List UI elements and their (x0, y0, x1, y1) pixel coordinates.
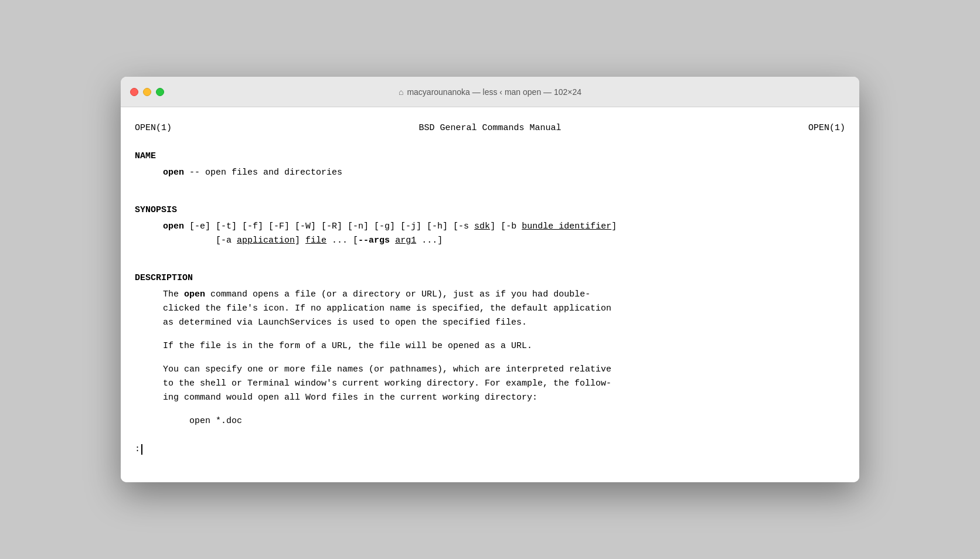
desc-example: open *.doc (135, 414, 845, 428)
home-icon: ⌂ (399, 87, 403, 97)
synopsis-line2: [-a application] file ... [--args arg1 .… (135, 234, 845, 248)
synopsis-file: file (305, 236, 326, 246)
window-title: ⌂ macyarounanoka — less ‹ man open — 102… (399, 87, 581, 97)
synopsis-ellipsis: ... [--args (326, 236, 395, 246)
synopsis-end1: ] (611, 221, 617, 231)
header-center: BSD General Commands Manual (418, 121, 561, 135)
name-content: open -- open files and directories (135, 166, 845, 180)
synopsis-arg1: arg1 (395, 236, 416, 246)
close-button[interactable] (130, 88, 138, 96)
synopsis-sep: ] (295, 236, 305, 246)
desc-para2: If the file is in the form of a URL, the… (135, 339, 845, 353)
synopsis-bundle: bundle identifier (522, 221, 611, 231)
synopsis-application: application (237, 236, 295, 246)
desc-para3-text: You can specify one or more file names (… (163, 363, 845, 405)
titlebar: ⌂ macyarounanoka — less ‹ man open — 102… (121, 77, 859, 107)
desc-para2-text: If the file is in the form of a URL, the… (163, 339, 845, 353)
header-left: OPEN(1) (135, 121, 172, 135)
header-right: OPEN(1) (808, 121, 845, 135)
name-section: NAME open -- open files and directories (135, 149, 845, 180)
prompt-char: : (135, 442, 140, 456)
synopsis-section: SYNOPSIS open [-e] [-t] [-f] [-F] [-W] [… (135, 203, 845, 248)
name-description: -- open files and directories (184, 168, 342, 178)
synopsis-end2: ...] (416, 236, 443, 246)
open-bold-name: open (163, 168, 184, 178)
desc-example-text: open *.doc (163, 414, 845, 428)
desc-para1: The open command opens a file (or a dire… (135, 288, 845, 330)
desc-para1-text: The open command opens a file (or a dire… (163, 288, 845, 330)
description-label: DESCRIPTION (135, 271, 845, 285)
synopsis-indent: [-a (163, 236, 237, 246)
open-bold-synopsis: open (163, 221, 184, 231)
desc-para3: You can specify one or more file names (… (135, 363, 845, 405)
terminal-body[interactable]: OPEN(1) BSD General Commands Manual OPEN… (121, 107, 859, 482)
title-text: macyarounanoka — less ‹ man open — 102×2… (407, 87, 581, 97)
maximize-button[interactable] (156, 88, 164, 96)
cursor (141, 444, 142, 455)
description-section: DESCRIPTION The open command opens a fil… (135, 271, 845, 428)
terminal-window: ⌂ macyarounanoka — less ‹ man open — 102… (121, 77, 859, 482)
synopsis-sdk: sdk (474, 221, 490, 231)
synopsis-label: SYNOPSIS (135, 203, 845, 217)
synopsis-mid: ] [-b (490, 221, 522, 231)
name-label: NAME (135, 149, 845, 163)
minimize-button[interactable] (143, 88, 151, 96)
prompt-line: : (135, 442, 845, 456)
synopsis-flags: [-e] [-t] [-f] [-F] [-W] [-R] [-n] [-g] … (184, 221, 474, 231)
synopsis-line1: open [-e] [-t] [-f] [-F] [-W] [-R] [-n] … (135, 220, 845, 234)
window-buttons (130, 88, 164, 96)
man-header: OPEN(1) BSD General Commands Manual OPEN… (135, 121, 845, 135)
